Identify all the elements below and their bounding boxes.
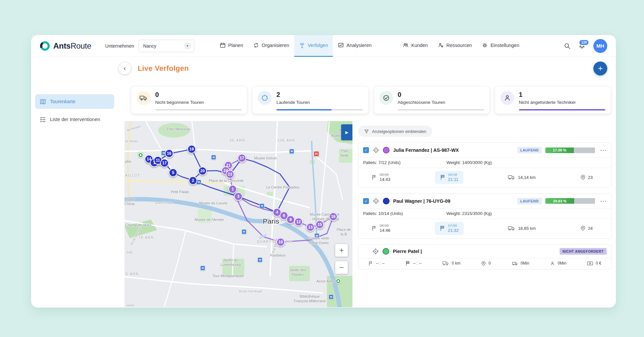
driver-color-dot <box>383 248 389 255</box>
secondary-nav: Kunden Ressourcen Einstellungen <box>398 35 524 57</box>
tour-progress-bar: 17.39 % <box>545 147 595 153</box>
map-marker-blue-20[interactable]: 20 <box>198 167 207 175</box>
truck-icon <box>508 226 515 231</box>
tour-checkbox[interactable]: ✓ <box>363 147 369 153</box>
more-options-button[interactable]: ⋯ <box>600 197 607 205</box>
primary-nav: Planen Organisieren Verfolgen Analysiere… <box>215 35 377 57</box>
display-options-button[interactable]: Anzeigeoptionen einblenden <box>358 126 432 137</box>
start-time-cell: 08:0014:46 <box>372 224 391 233</box>
tour-metrics-row: -- : -- -- : -- 0 km <box>358 258 611 269</box>
display-options-label: Anzeigeoptionen einblenden <box>372 129 426 134</box>
stat-card-running: 2 Laufende Touren <box>253 87 368 114</box>
chevron-down-icon: ▾ <box>184 42 191 50</box>
chart-board-icon <box>338 42 344 48</box>
map-canvas[interactable]: MMMMMMMMMMH Parc Monceau9E ARR.10E ARR.M… <box>124 121 352 307</box>
map-marker-purple-12[interactable]: 12 <box>294 218 303 226</box>
pallets-value: Pallets: 10/14 (Units) <box>363 211 446 216</box>
pallets-value: Pallets: 7/12 (Units) <box>363 160 446 165</box>
flag-icon <box>368 261 373 266</box>
driver-color-dot <box>383 198 390 204</box>
nav-item-organisieren[interactable]: Organisieren <box>248 35 294 57</box>
map-marker-blue-5[interactable]: 5 <box>169 168 177 177</box>
stops-cell: 24 <box>580 226 593 231</box>
drive-time-cell: 0Min <box>512 261 529 266</box>
add-button[interactable]: + <box>593 62 607 75</box>
truck-icon <box>508 175 515 180</box>
zoom-out-button[interactable]: − <box>335 261 348 274</box>
search-button[interactable] <box>564 43 571 49</box>
map-marker-purple-3[interactable]: 3 <box>234 192 243 201</box>
notifications-button[interactable]: 139 <box>578 42 585 49</box>
sidebar-item-tourenkarte[interactable]: Tourenkarte <box>35 94 114 109</box>
map-zoom-controls: + − <box>335 244 348 274</box>
map-icon <box>40 99 46 105</box>
locate-target-icon[interactable] <box>372 248 379 255</box>
map-marker-purple-8[interactable]: 8 <box>286 215 295 224</box>
pin-icon <box>580 175 585 180</box>
app-window: AntsRoute Unternehmen Nancy ▾ Planen Org… <box>31 35 616 308</box>
map-marker-purple-16[interactable]: 16 <box>329 212 338 221</box>
map-marker-purple-17[interactable]: 17 <box>238 154 246 162</box>
tour-name: Julia Fernandez | AS-987-WX <box>393 147 514 153</box>
stat-label: Abgeschlossene Touren <box>398 100 445 105</box>
nav-item-einstellungen[interactable]: Einstellungen <box>477 35 524 57</box>
pin-icon <box>481 261 486 266</box>
check-circle-icon <box>379 91 393 105</box>
more-options-button[interactable]: ⋯ <box>600 146 607 154</box>
collapse-sidebar-button[interactable]: ‹ <box>119 63 131 74</box>
tour-progress-label: 17.39 % <box>545 147 574 153</box>
antsroute-logo[interactable]: AntsRoute <box>40 41 91 51</box>
map-marker-blue-16[interactable]: 16 <box>165 149 173 158</box>
avatar[interactable]: MH <box>593 39 607 53</box>
zoom-in-button[interactable]: + <box>335 244 348 257</box>
stat-value: 0 <box>155 91 204 99</box>
labor-time-cell: 0Min <box>550 261 566 266</box>
nav-item-kunden[interactable]: Kunden <box>398 35 433 57</box>
weight-value: Weight: 1400/3000 (Kg) <box>446 160 492 165</box>
map-marker-blue-2[interactable]: 2 <box>189 176 197 185</box>
sync-arrows-icon <box>253 42 259 48</box>
tour-progress-bar: 20.83 % <box>545 198 595 204</box>
tours-panel: Anzeigeoptionen einblenden ✓ Julia Ferna… <box>358 121 612 307</box>
nav-item-analysieren[interactable]: Analysieren <box>333 35 377 57</box>
stats-row: 0 Nicht begonnene Touren 2 Laufende Tour… <box>131 87 611 114</box>
nav-item-verfolgen[interactable]: Verfolgen <box>294 35 333 57</box>
map-marker-blue-19[interactable]: 19 <box>187 145 196 153</box>
nav-label: Einstellungen <box>490 43 519 48</box>
map-marker-purple-10[interactable]: 10 <box>276 238 285 246</box>
stat-label: Laufende Touren <box>276 100 310 105</box>
filter-icon <box>364 129 369 134</box>
pin-icon <box>580 226 585 231</box>
flag-icon <box>372 226 377 231</box>
nav-item-planen[interactable]: Planen <box>215 35 248 57</box>
person-gear-icon <box>438 42 444 48</box>
sidebar-item-label: Liste der Interventionen <box>50 117 100 122</box>
map-marker-purple-15[interactable]: 15 <box>315 220 324 229</box>
tour-card-paul: ✓ Paul Wagner | 76-UYG-09 LAUFEND 20.83 … <box>358 193 612 239</box>
tour-load-row: Pallets: 7/12 (Units) Weight: 1400/3000 … <box>358 157 611 168</box>
finish-flag-icon <box>440 226 445 231</box>
sidebar-item-interventionen[interactable]: Liste der Interventionen <box>35 112 114 127</box>
checklist-icon <box>40 116 46 123</box>
tour-metrics-row: 08:0014:46 17:0021:32 18,65 km <box>358 219 611 238</box>
stat-value: 0 <box>398 91 445 99</box>
nav-item-ressourcen[interactable]: Ressourcen <box>433 35 477 57</box>
finish-flag-icon <box>440 175 445 180</box>
company-dropdown-value: Nancy <box>143 43 157 49</box>
cost-cell: 0 € <box>587 261 601 266</box>
stat-value: 2 <box>276 91 310 99</box>
nav-label: Organisieren <box>262 43 289 48</box>
calendar-icon <box>220 42 226 48</box>
locate-target-icon[interactable] <box>373 147 379 153</box>
stops-cell: 0 <box>481 261 491 266</box>
locate-target-icon[interactable] <box>373 198 379 204</box>
map-marker-purple-1[interactable]: 1 <box>228 185 237 193</box>
expand-panel-button[interactable]: ▸ <box>341 124 352 140</box>
company-dropdown[interactable]: Nancy ▾ <box>139 40 194 52</box>
map-marker-purple-13[interactable]: 13 <box>306 223 315 232</box>
tour-checkbox[interactable]: ✓ <box>363 198 369 204</box>
van-icon <box>512 261 518 266</box>
status-badge: NICHT ANGEFORDERT <box>560 248 607 255</box>
users-icon <box>403 42 409 48</box>
map-marker-blue-17[interactable]: 17 <box>160 159 169 167</box>
